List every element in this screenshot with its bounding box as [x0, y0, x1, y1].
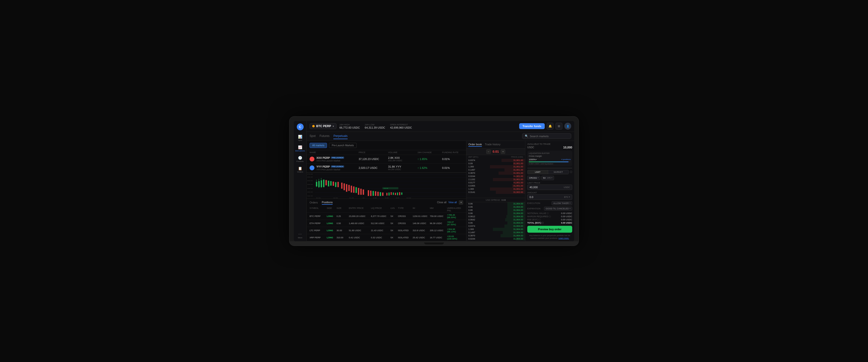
tab-trade-history[interactable]: Trade history	[485, 142, 500, 147]
expand-button[interactable]: ▾	[459, 200, 463, 205]
view-all-button[interactable]: View all	[448, 201, 457, 204]
increase-price-button[interactable]: +	[501, 150, 505, 154]
market-row[interactable]: YYY PERP PRE-LAUNCH YYY Pre-Launch Marke…	[307, 164, 466, 172]
stat-24h-low: 24H LOW 64,311.39 USDC	[365, 124, 385, 129]
orderbook-bids: 0.0631,904.00 0.0631,904.00 0.0631,904.0…	[466, 202, 525, 241]
tab-spot[interactable]: Spot	[310, 133, 316, 139]
sidebar-item-portfolio[interactable]: 🕐 Portfolio	[295, 154, 306, 164]
orderbook-ask-row[interactable]: 1.30031,901.00	[466, 165, 525, 168]
grid-icon: ⊞	[558, 125, 560, 128]
limit-price-input-wrapper[interactable]: USDC	[527, 185, 572, 190]
margin-info-icon[interactable]: ⓘ	[549, 215, 551, 218]
margin-mode-selector[interactable]: CROSS ▾	[527, 176, 540, 180]
orderbook-ask-row[interactable]: 2.115231,901.00	[466, 178, 525, 181]
fee-info-icon[interactable]: ⓘ	[539, 219, 541, 221]
market-symbol: YYY PERP	[316, 165, 330, 168]
orderbook-bid-row[interactable]: 0.0631,904.00	[466, 202, 525, 205]
svg-text:12:00: 12:00	[406, 197, 411, 198]
orderbook-bid-row[interactable]: 0.0631,904.00	[466, 208, 525, 212]
sidebar-item-orders[interactable]: 📋 Orders	[295, 165, 306, 174]
leverage-value: 5X	[543, 177, 546, 179]
table-row[interactable]: BTC PERP LONG 0.25 23,000.20 USDC 8,377.…	[307, 213, 466, 220]
stat-24h-high: 24H HIGH 66,772.83 USDC	[340, 124, 360, 129]
search-box[interactable]: 🔍	[522, 133, 571, 139]
limit-price-input[interactable]	[529, 186, 562, 189]
balance-note: Any balance in your perpetuals portfolio…	[527, 234, 572, 239]
amount-input-wrapper[interactable]: 0.0 BTC ▾	[527, 194, 572, 200]
orderbook-ask-row[interactable]: 0.387031,901.00	[466, 171, 525, 175]
preview-buy-order-button[interactable]: Preview buy order	[527, 226, 572, 233]
market-change: 1.62%	[420, 166, 427, 169]
filter-all-markets[interactable]: All markets	[310, 143, 327, 148]
orderbook-spread: USD SPREAD 0.03	[466, 198, 525, 202]
sidebar-item-spot[interactable]: 📊 Spot	[295, 133, 306, 143]
ticker-selector[interactable]: BTC PERP ▾	[310, 123, 337, 129]
buy-tab[interactable]: Buy | Long	[528, 168, 550, 168]
orderbook-bid-row[interactable]: 0.149731,904.00	[466, 231, 525, 234]
pre-launch-badge: PRE-LAUNCH	[331, 157, 344, 159]
notifications-button[interactable]: 🔔	[547, 123, 554, 130]
grid-menu-button[interactable]: ⊞	[556, 123, 562, 130]
table-row[interactable]: LTC PERP LONG 30.00 51.80 USDC 21.43 USD…	[307, 227, 466, 234]
table-row[interactable]: XRP PERP LONG 310.00 0.41 USDC 0.32 USDC…	[307, 234, 466, 241]
orderbook-bid-row[interactable]: 0.0631,904.00	[466, 221, 525, 225]
orderbook-bid-row[interactable]: 0.064231,904.00	[466, 218, 525, 221]
svg-rect-37	[368, 190, 369, 196]
orderbook-bid-row[interactable]: 0.387031,904.00	[466, 234, 525, 237]
decrease-price-button[interactable]: −	[486, 150, 491, 154]
filter-pre-launch[interactable]: Pre-Launch Markets	[329, 143, 356, 148]
user-avatar[interactable]: 👤	[564, 123, 571, 130]
search-input[interactable]	[530, 135, 568, 138]
amount-unit-selector[interactable]: BTC ▾	[564, 196, 570, 198]
market-price: 2,020.17 USDC	[359, 166, 388, 169]
app-logo[interactable]: C	[297, 124, 304, 130]
orderbook-ask-row[interactable]: 0.314131,902.00	[466, 191, 525, 194]
amount-field: AMOUNT 0.0 BTC ▾	[527, 191, 572, 200]
sell-tab[interactable]: Sell | Short	[550, 168, 572, 168]
buy-sell-tabs: Buy | Long Sell | Short	[527, 168, 572, 168]
total-info-icon[interactable]: ⓘ	[542, 222, 544, 224]
close-all-button[interactable]: Close all	[437, 201, 446, 204]
orderbook-bid-row[interactable]: 0.024431,904.00	[466, 237, 525, 240]
table-row[interactable]: ETH PERP LONG 0.50 1,460.60 USDC 512.90 …	[307, 220, 466, 227]
orderbook-ask-row[interactable]: 0.149731,901.00	[466, 168, 525, 171]
market-row[interactable]: XXX PERP PRE-LAUNCH XXX Pre-Launch Marke…	[307, 155, 466, 164]
orderbook-ask-row[interactable]: 0.035531,901.00	[466, 184, 525, 188]
tab-orders[interactable]: Orders	[310, 200, 318, 204]
sidebar-more[interactable]: ⋯ More	[298, 232, 302, 239]
left-panel: All markets Pre-Launch Markets Name Pric…	[307, 141, 466, 241]
tab-futures[interactable]: Futures	[320, 133, 330, 139]
svg-rect-47	[393, 192, 394, 195]
sidebar-item-derivatives[interactable]: 📈 Derivatives	[295, 144, 306, 154]
leverage-selector[interactable]: 5X LVG ▾	[541, 176, 554, 180]
order-type-market[interactable]: MARKET	[548, 170, 568, 174]
orderbook-ask-row[interactable]: 0.017731,901.00	[466, 181, 525, 184]
orderbook-ask-row[interactable]: 0.0931,901.00	[466, 162, 525, 165]
orderbook-bid-row[interactable]: 1.30031,904.00	[466, 228, 525, 231]
orderbook-bid-row[interactable]: 0.0631,904.00	[466, 205, 525, 208]
tab-positions[interactable]: Positions	[322, 200, 333, 205]
orderbook-bid-row[interactable]: 0.037431,904.00	[466, 225, 525, 228]
execution-selector[interactable]: ALLOW TAKER ▾	[552, 201, 572, 205]
more-icon: ⋯	[298, 232, 302, 236]
order-type-info-icon[interactable]: ⓘ	[570, 170, 572, 174]
market-volume: 2.8K XXX	[388, 156, 417, 159]
amount-label: AMOUNT	[527, 191, 572, 194]
expiration-row: EXPIRATION GOOD TIL CANCELED ▾	[527, 207, 572, 210]
expiration-value: GOOD TIL CANCELED	[546, 207, 569, 210]
tab-perpetuals[interactable]: Perpetuals	[333, 133, 347, 139]
svg-text:6:00: 6:00	[385, 197, 389, 198]
orderbook-bid-row[interactable]: 0.061231,904.00	[466, 215, 525, 218]
tab-order-book[interactable]: Order book	[468, 142, 482, 147]
svg-rect-40	[375, 191, 376, 196]
notional-info-icon[interactable]: ⓘ	[547, 212, 549, 215]
orderbook-ask-row[interactable]: 1.30031,901.00	[466, 188, 525, 191]
transfer-funds-button[interactable]: Transfer funds	[519, 123, 545, 129]
orderbook-ask-row[interactable]: 0.037431,901.00	[466, 159, 525, 162]
orderbook-ask-row[interactable]: 0.024431,901.00	[466, 175, 525, 178]
orderbook-bid-row[interactable]: 0.0631,904.00	[466, 212, 525, 215]
order-type-limit[interactable]: LIMIT	[528, 170, 548, 174]
execution-row: EXECUTION ALLOW TAKER ▾	[527, 201, 572, 205]
learn-more-link[interactable]: Learn more.	[558, 237, 569, 239]
expiration-selector[interactable]: GOOD TIL CANCELED ▾	[544, 207, 572, 210]
